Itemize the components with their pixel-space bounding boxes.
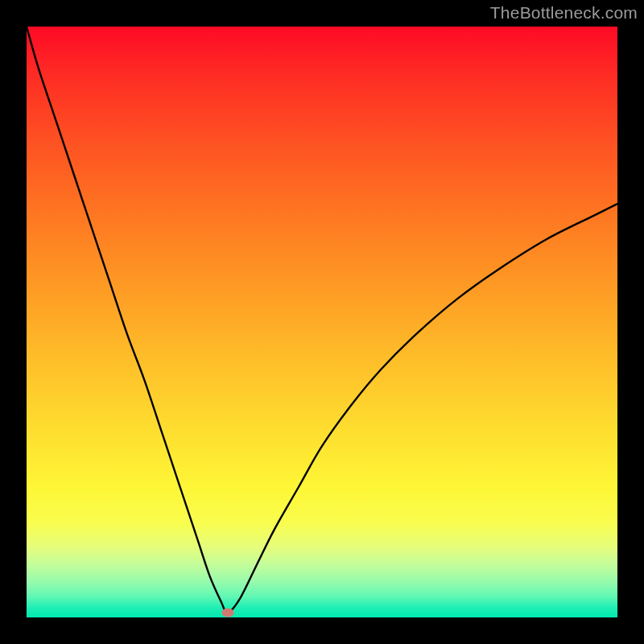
bottleneck-curve [27,27,617,617]
chart-frame [27,27,617,617]
curve-path [27,27,617,613]
watermark-text: TheBottleneck.com [490,3,638,23]
minimum-marker [221,609,233,617]
